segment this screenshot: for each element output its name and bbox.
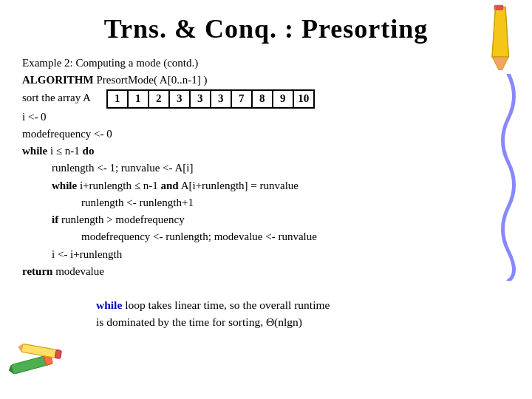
i-text: i <- 0 — [22, 111, 47, 123]
if-line: if runlength > modefrequency — [52, 211, 510, 228]
squiggle-right-icon — [494, 74, 523, 281]
runlen-line: runlength <- 1; runvalue <- A[i] — [52, 160, 510, 177]
if-keyword: if — [52, 214, 58, 225]
svg-rect-8 — [21, 344, 60, 358]
while2-text: i+runlength ≤ n-1 — [80, 180, 161, 191]
array-cell: 7 — [231, 89, 253, 109]
and-keyword: and — [161, 180, 179, 191]
array-cell: 1 — [127, 89, 149, 109]
algorithm-line: ALGORITHM PresortMode( A[0..n-1] ) — [22, 72, 510, 89]
pencil-bottom-left-icon — [7, 340, 70, 384]
algorithm-name: PresortMode( A[0..n-1] ) — [96, 74, 207, 86]
array-display: 11233378910 — [106, 89, 313, 109]
bottom-note-line1: loop takes linear time, so the overall r… — [125, 299, 330, 311]
bottom-note-line2: is dominated by the time for sorting, Θ(… — [96, 316, 302, 328]
runlen-text: runlength <- 1; runvalue <- A[i] — [52, 162, 193, 174]
while1-keyword: while — [22, 145, 47, 157]
sort-text: sort the array A — [22, 92, 90, 103]
array-cell: 9 — [272, 89, 294, 109]
return-line: return modevalue — [22, 263, 510, 280]
modefreq-line: modefrequency <- 0 — [22, 126, 510, 143]
svg-rect-10 — [55, 349, 61, 358]
svg-marker-1 — [492, 57, 509, 70]
pencil-top-right-icon — [473, 4, 525, 70]
array-cell: 3 — [168, 89, 191, 109]
i-line: i <- 0 — [22, 109, 510, 126]
array-cell: 3 — [210, 89, 232, 109]
array-cell: 3 — [189, 89, 211, 109]
array-cell: 10 — [293, 89, 315, 109]
if-text: runlength > modefrequency — [61, 214, 185, 225]
bottom-note: while loop takes linear time, so the ove… — [96, 296, 510, 331]
return-keyword: return — [22, 265, 52, 277]
while1-text: i ≤ n-1 — [50, 145, 83, 157]
sort-line: sort the array A 11233378910 — [22, 89, 510, 109]
i2-line: i <- i+runlength — [52, 246, 510, 263]
while-bottom-keyword: while — [96, 299, 122, 311]
return-text: modevalue — [55, 265, 104, 277]
array-cell: 1 — [106, 89, 129, 109]
while1-line: while i ≤ n-1 do — [22, 143, 510, 160]
modefreq-text: modefrequency <- 0 — [22, 128, 112, 140]
do-keyword: do — [83, 145, 95, 157]
slide: Trns. & Conq. : Presorting Example 2: Co… — [0, 0, 532, 399]
array-cell: 8 — [251, 89, 273, 109]
modefreq2-line: modefrequency <- runlength; modevalue <-… — [81, 228, 510, 245]
slide-title: Trns. & Conq. : Presorting — [22, 13, 510, 44]
while2-keyword: while — [52, 180, 77, 191]
example-label: Example 2: Computing a mode (contd.) — [22, 55, 510, 72]
array-cell: 2 — [148, 89, 170, 109]
algorithm-keyword: ALGORITHM — [22, 74, 94, 86]
runlen2-line: runlength <- runlength+1 — [81, 194, 510, 211]
svg-rect-5 — [11, 355, 50, 375]
while2-line: while i+runlength ≤ n-1 and A[i+runlengt… — [52, 177, 510, 194]
while2-text2: A[i+runlength] = runvalue — [181, 180, 299, 191]
slide-content: Example 2: Computing a mode (contd.) ALG… — [22, 55, 510, 280]
